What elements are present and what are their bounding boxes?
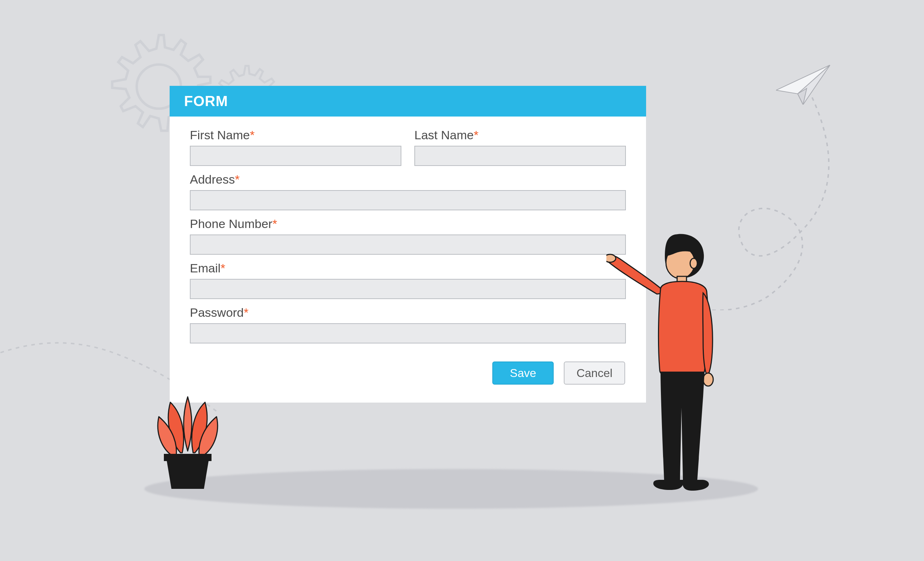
email-field: Email* (190, 261, 626, 299)
svg-point-6 (606, 254, 616, 262)
label-text: Address (190, 172, 235, 186)
form-card: FORM First Name* Last Name* Address* (170, 86, 646, 402)
form-actions: Save Cancel (190, 362, 626, 384)
form-title: FORM (170, 86, 646, 117)
label-text: First Name (190, 128, 250, 142)
required-marker: * (235, 172, 240, 186)
plant-illustration (148, 375, 227, 491)
email-input[interactable] (190, 279, 626, 299)
required-marker: * (244, 305, 248, 319)
last-name-field: Last Name* (414, 128, 626, 166)
phone-field: Phone Number* (190, 217, 626, 255)
phone-input[interactable] (190, 235, 626, 255)
address-field: Address* (190, 172, 626, 210)
last-name-input[interactable] (414, 146, 626, 166)
label-text: Email (190, 261, 220, 275)
save-button[interactable]: Save (492, 362, 554, 384)
phone-label: Phone Number* (190, 217, 626, 231)
svg-point-8 (690, 258, 698, 268)
first-name-field: First Name* (190, 128, 401, 166)
password-label: Password* (190, 305, 626, 320)
label-text: Password (190, 305, 244, 319)
required-marker: * (474, 128, 478, 142)
label-text: Last Name (414, 128, 474, 142)
email-label: Email* (190, 261, 626, 275)
required-marker: * (220, 261, 225, 275)
address-label: Address* (190, 172, 626, 187)
required-marker: * (273, 217, 277, 230)
person-illustration (606, 227, 736, 494)
label-text: Phone Number (190, 217, 273, 230)
password-input[interactable] (190, 323, 626, 343)
last-name-label: Last Name* (414, 128, 626, 142)
required-marker: * (250, 128, 255, 142)
svg-rect-5 (164, 454, 212, 461)
first-name-input[interactable] (190, 146, 401, 166)
password-field: Password* (190, 305, 626, 343)
address-input[interactable] (190, 190, 626, 210)
form-body: First Name* Last Name* Address* (170, 117, 646, 402)
svg-point-10 (703, 373, 713, 386)
first-name-label: First Name* (190, 128, 401, 142)
